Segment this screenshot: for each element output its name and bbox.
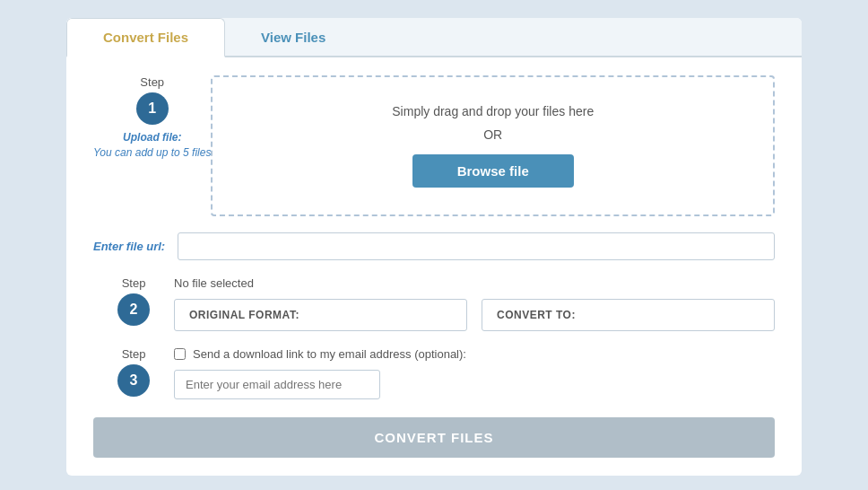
or-text: OR [230, 127, 755, 142]
file-url-row: Enter file url: [93, 232, 775, 260]
step1-circle: 1 [136, 92, 169, 125]
step1-desc: Upload file: You can add up to 5 files [93, 130, 211, 161]
step1-label-col: Step 1 Upload file: You can add up to 5 … [93, 75, 211, 161]
step2-content: No file selected ORIGINAL FORMAT: CONVER… [174, 276, 775, 331]
original-format-box: ORIGINAL FORMAT: [174, 299, 467, 331]
step1-content: Simply drag and drop your files here OR … [211, 75, 775, 216]
step3-content: Send a download link to my email address… [174, 347, 775, 399]
step1-text: Step [140, 75, 164, 89]
tab-convert[interactable]: Convert Files [66, 18, 225, 57]
email-checkbox[interactable] [174, 348, 186, 360]
step3-label-col: Step 3 [93, 347, 174, 397]
main-container: Convert Files View Files Step 1 Upload f… [66, 18, 802, 476]
step2-text: Step [122, 276, 146, 290]
step2-row: Step 2 No file selected ORIGINAL FORMAT:… [93, 276, 775, 331]
tab-view[interactable]: View Files [225, 18, 361, 56]
upload-desc: You can add up to 5 files [93, 146, 211, 159]
tabs-bar: Convert Files View Files [66, 18, 802, 57]
email-input[interactable] [174, 370, 380, 399]
upload-label: Upload file: [123, 131, 181, 144]
step2-circle: 2 [117, 293, 150, 326]
format-row: ORIGINAL FORMAT: CONVERT TO: [174, 299, 775, 331]
page-content: Step 1 Upload file: You can add up to 5 … [66, 57, 802, 476]
step3-text: Step [122, 347, 146, 361]
drag-drop-text: Simply drag and drop your files here [230, 104, 755, 118]
email-check-row: Send a download link to my email address… [174, 347, 775, 361]
convert-files-button[interactable]: CONVERT FILES [93, 417, 775, 458]
convert-to-box: CONVERT TO: [482, 299, 775, 331]
file-url-label: Enter file url: [93, 240, 178, 253]
convert-btn-row: CONVERT FILES [93, 417, 775, 458]
file-url-input[interactable] [178, 232, 775, 260]
step2-label-col: Step 2 [93, 276, 174, 326]
no-file-text: No file selected [174, 276, 775, 290]
email-check-label: Send a download link to my email address… [193, 347, 466, 361]
browse-file-button[interactable]: Browse file [412, 154, 574, 188]
step3-circle: 3 [117, 364, 150, 397]
step1-row: Step 1 Upload file: You can add up to 5 … [93, 75, 775, 216]
drop-zone[interactable]: Simply drag and drop your files here OR … [211, 75, 775, 216]
step3-row: Step 3 Send a download link to my email … [93, 347, 775, 399]
